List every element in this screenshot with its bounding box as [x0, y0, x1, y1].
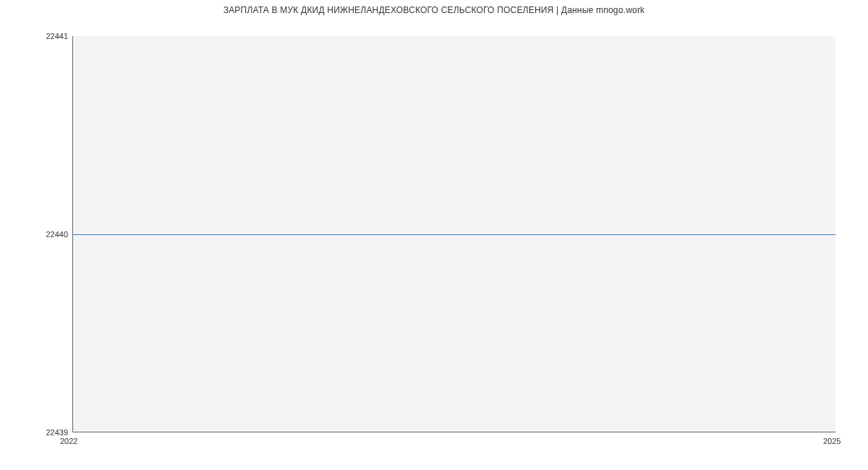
chart-series-line: [73, 234, 835, 235]
chart-title: ЗАРПЛАТА В МУК ДКИД НИЖНЕЛАНДЕХОВСКОГО С…: [0, 5, 868, 15]
x-tick-label: 2022: [60, 437, 77, 445]
y-tick-label: 22439: [46, 428, 68, 437]
y-tick-label: 22441: [46, 32, 68, 40]
x-tick-label: 2025: [823, 437, 841, 445]
y-tick-label: 22440: [46, 230, 68, 239]
chart-plot-area: [72, 36, 835, 432]
